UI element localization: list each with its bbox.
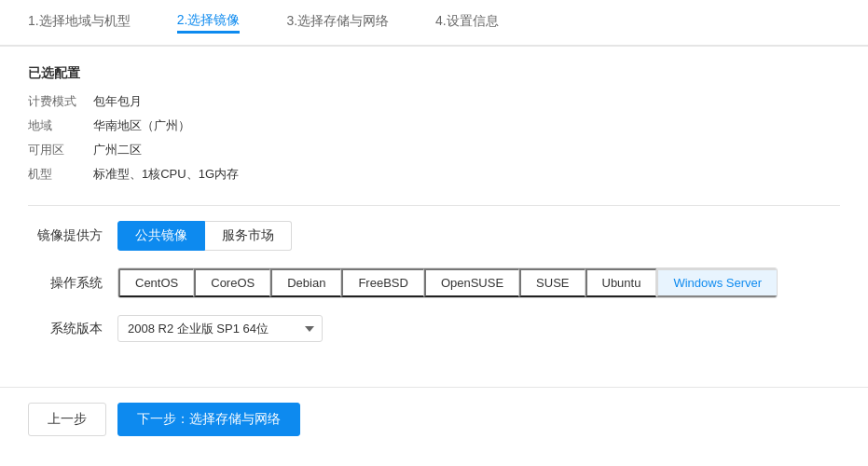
config-value-zone: 广州二区 [93,142,142,158]
step-2-label: 2.选择镜像 [177,12,241,29]
provider-row: 镜像提供方 公共镜像 服务市场 [28,221,840,251]
config-row-region: 地域 华南地区（广州） [28,117,840,134]
os-label: 操作系统 [28,275,103,292]
main-content: 已选配置 计费模式 包年包月 地域 华南地区（广州） 可用区 广州二区 机型 标… [0,47,868,377]
version-label: 系统版本 [28,321,103,337]
os-tab-suse[interactable]: SUSE [519,268,585,297]
step-1-label: 1.选择地域与机型 [28,13,131,30]
step-3[interactable]: 3.选择存储与网络 [286,13,389,32]
version-row: 系统版本 2008 R2 企业版 SP1 64位 2012 R2 数据中心版 6… [28,315,840,342]
os-tab-debian[interactable]: Debian [270,268,341,297]
os-tabs: CentOS CoreOS Debian FreeBSD OpenSUSE SU… [117,267,778,298]
version-select[interactable]: 2008 R2 企业版 SP1 64位 2012 R2 数据中心版 64位 20… [117,315,323,342]
config-label-region: 地域 [28,117,93,134]
config-row-zone: 可用区 广州二区 [28,142,840,158]
provider-label: 镜像提供方 [28,227,103,244]
os-tab-centos[interactable]: CentOS [118,268,194,297]
steps-header: 1.选择地域与机型 2.选择镜像 3.选择存储与网络 4.设置信息 [0,0,868,47]
os-row: 操作系统 CentOS CoreOS Debian FreeBSD OpenSU… [28,267,840,298]
step-4-label: 4.设置信息 [435,13,499,30]
os-tab-ubuntu[interactable]: Ubuntu [586,268,657,297]
config-row-type: 机型 标准型、1核CPU、1G内存 [28,166,840,183]
os-tab-coreos[interactable]: CoreOS [194,268,270,297]
bottom-actions: 上一步 下一步：选择存储与网络 [0,387,868,451]
config-value-type: 标准型、1核CPU、1G内存 [93,166,239,183]
config-label-type: 机型 [28,166,93,183]
provider-buttons: 公共镜像 服务市场 [117,221,292,251]
os-tab-windows[interactable]: Windows Server [656,268,777,297]
config-row-billing: 计费模式 包年包月 [28,93,840,110]
config-section: 已选配置 计费模式 包年包月 地域 华南地区（广州） 可用区 广州二区 机型 标… [28,65,840,183]
divider [28,205,840,206]
provider-btn-public[interactable]: 公共镜像 [117,221,205,251]
config-label-zone: 可用区 [28,142,93,158]
step-3-label: 3.选择存储与网络 [286,13,389,30]
step-1[interactable]: 1.选择地域与机型 [28,13,131,32]
config-label-billing: 计费模式 [28,93,93,110]
os-tab-opensuse[interactable]: OpenSUSE [424,268,519,297]
config-title: 已选配置 [28,65,840,82]
prev-button[interactable]: 上一步 [28,403,106,436]
step-4[interactable]: 4.设置信息 [435,13,499,32]
step-2[interactable]: 2.选择镜像 [177,12,241,34]
os-tab-freebsd[interactable]: FreeBSD [341,268,423,297]
next-button[interactable]: 下一步：选择存储与网络 [117,403,300,436]
config-value-billing: 包年包月 [93,93,142,110]
config-value-region: 华南地区（广州） [93,117,190,134]
provider-btn-market[interactable]: 服务市场 [205,221,292,251]
